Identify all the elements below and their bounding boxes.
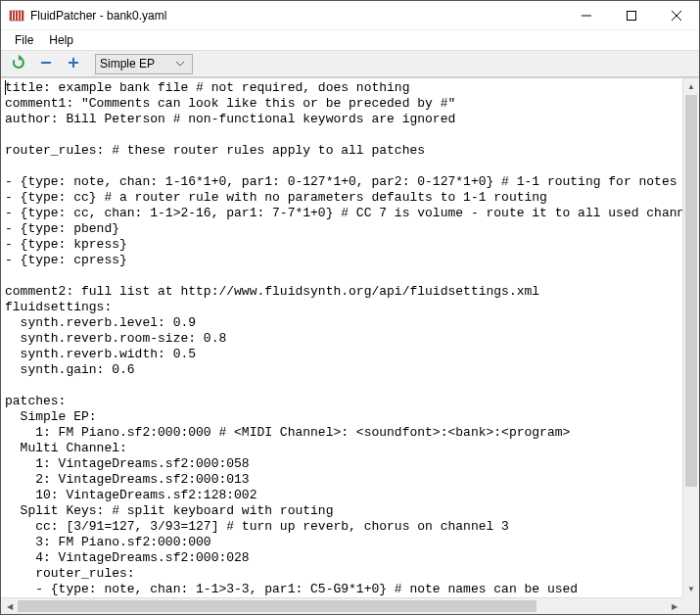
horizontal-scrollbar[interactable]: ◀ ▶ (1, 597, 682, 614)
close-button[interactable] (654, 1, 699, 29)
scroll-left-icon[interactable]: ◀ (1, 598, 18, 614)
vertical-scroll-thumb[interactable] (685, 95, 697, 487)
menubar: File Help (1, 30, 699, 50)
horizontal-scroll-thumb[interactable] (18, 600, 537, 612)
svg-rect-2 (13, 11, 15, 21)
window-controls (564, 1, 699, 29)
maximize-button[interactable] (609, 1, 654, 29)
patch-select[interactable]: Simple EP (95, 54, 193, 74)
plus-button[interactable] (62, 53, 85, 74)
svg-rect-7 (628, 11, 636, 20)
scroll-up-icon[interactable]: ▲ (683, 78, 699, 95)
app-icon (9, 8, 24, 24)
minus-button[interactable] (34, 53, 58, 74)
menu-help[interactable]: Help (41, 31, 81, 49)
text-editor[interactable]: title: example bank file # not required,… (1, 78, 682, 597)
menu-file[interactable]: File (7, 31, 41, 49)
refresh-icon (11, 55, 26, 73)
svg-rect-5 (22, 11, 23, 21)
scroll-corner (682, 597, 699, 614)
minus-icon (39, 56, 53, 72)
svg-rect-1 (10, 11, 12, 21)
scroll-down-icon[interactable]: ▼ (683, 581, 699, 597)
vertical-scrollbar[interactable]: ▲ ▼ (682, 78, 699, 597)
svg-rect-3 (16, 11, 18, 21)
toolbar: Simple EP (1, 50, 699, 77)
chevron-down-icon (172, 62, 188, 67)
titlebar: FluidPatcher - bank0.yaml (1, 1, 699, 30)
window-title: FluidPatcher - bank0.yaml (30, 9, 564, 23)
plus-icon (67, 56, 80, 72)
minimize-button[interactable] (564, 1, 609, 29)
scroll-right-icon[interactable]: ▶ (666, 598, 682, 614)
svg-rect-4 (19, 11, 21, 21)
refresh-button[interactable] (7, 53, 30, 74)
patch-select-value: Simple EP (100, 57, 172, 71)
editor-area: title: example bank file # not required,… (1, 77, 699, 614)
text-cursor (5, 80, 6, 95)
